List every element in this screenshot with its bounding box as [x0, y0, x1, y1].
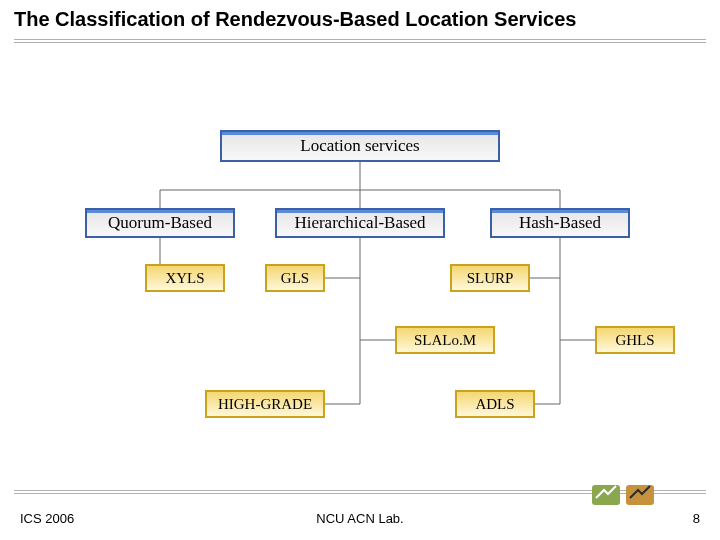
svg-rect-16: [626, 485, 654, 505]
node-root: Location services: [220, 130, 500, 162]
node-slurp: SLURP: [450, 264, 530, 292]
footer-center: NCU ACN Lab.: [0, 511, 720, 526]
node-quorum: Quorum-Based: [85, 208, 235, 238]
node-ghls: GHLS: [595, 326, 675, 354]
footer-page-number: 8: [693, 511, 700, 526]
footer-logo: [592, 480, 672, 510]
node-adls: ADLS: [455, 390, 535, 418]
node-gls: GLS: [265, 264, 325, 292]
node-hierarchical: Hierarchical-Based: [275, 208, 445, 238]
svg-rect-15: [592, 485, 620, 505]
title-rule: [14, 39, 706, 45]
node-hash: Hash-Based: [490, 208, 630, 238]
diagram-area: Location services Quorum-Based Hierarchi…: [0, 80, 720, 480]
node-slalom: SLALo.M: [395, 326, 495, 354]
page-title: The Classification of Rendezvous-Based L…: [0, 0, 720, 35]
footer: ICS 2006 NCU ACN Lab. 8: [0, 490, 720, 540]
node-highgrade: HIGH-GRADE: [205, 390, 325, 418]
node-xyls: XYLS: [145, 264, 225, 292]
